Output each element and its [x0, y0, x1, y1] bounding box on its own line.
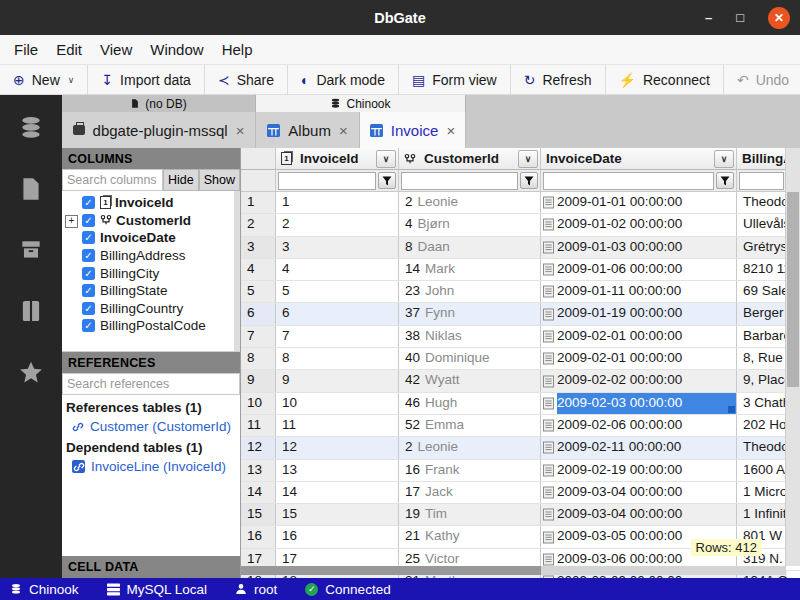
horizontal-scrollbar[interactable]	[241, 566, 786, 575]
cell-billingaddress[interactable]: 3 Chatham Street	[737, 393, 787, 414]
cell-billingaddress[interactable]: 9, Place Louis Barthou	[737, 370, 787, 391]
toolbar-undo-button[interactable]: ↶ Undo	[724, 65, 800, 94]
filter-button[interactable]	[716, 172, 734, 189]
checkbox-checked[interactable]: ✓	[82, 302, 95, 315]
cell-customerid[interactable]: 14 Mark	[399, 259, 541, 280]
cell-invoicedate[interactable]: 2009-03-04 00:00:00	[541, 482, 737, 503]
references-panel-header[interactable]: REFERENCES	[62, 352, 240, 373]
cell-customerid[interactable]: 17 Jack	[399, 482, 541, 503]
cell-billingaddress[interactable]: Theodor-Heuss-Straße 34	[737, 192, 787, 213]
column-menu-chevron-icon[interactable]: ∨	[714, 150, 734, 168]
cell-customerid[interactable]: 23 John	[399, 281, 541, 302]
sidebar-item-book[interactable]	[18, 298, 44, 327]
cell-invoiceid[interactable]: 10	[276, 393, 399, 414]
filter-input-invoiceid[interactable]	[278, 172, 376, 190]
column-item-customerid[interactable]: + ✓ CustomerId	[62, 212, 240, 230]
show-button[interactable]: Show	[199, 169, 240, 191]
cell-invoiceid[interactable]: 14	[276, 482, 399, 503]
cell-invoiceid[interactable]: 6	[276, 303, 399, 324]
cell-invoiceid[interactable]: 1	[276, 192, 399, 213]
row-number[interactable]: 10	[241, 393, 276, 414]
cell-customerid[interactable]: 2 Leonie	[399, 192, 541, 213]
reference-link[interactable]: InvoiceLine (InvoiceId)	[64, 457, 238, 477]
tab-album[interactable]: Album ×	[256, 112, 360, 148]
cell-billingaddress[interactable]: 1 Microsoft Way	[737, 482, 787, 503]
cell-invoicedate[interactable]: 2009-02-01 00:00:00	[541, 348, 737, 369]
cell-billingaddress[interactable]: Grétrystraat 63	[737, 237, 787, 258]
column-header-customerid[interactable]: CustomerId∨	[399, 148, 541, 170]
menu-help[interactable]: Help	[213, 41, 262, 58]
column-item-invoicedate[interactable]: ✓ InvoiceDate	[62, 229, 240, 247]
cell-invoiceid[interactable]: 15	[276, 504, 399, 525]
cell-billingaddress[interactable]: 69 Salem Street	[737, 281, 787, 302]
column-header-invoiceid[interactable]: 1InvoiceId∨	[276, 148, 399, 170]
row-number[interactable]: 13	[241, 460, 276, 481]
cell-customerid[interactable]: 40 Dominique	[399, 348, 541, 369]
maximize-button[interactable]: □	[736, 11, 744, 24]
tab-invoice[interactable]: Invoice ×	[360, 112, 466, 148]
sidebar-item-star[interactable]	[18, 359, 44, 388]
row-number[interactable]: 15	[241, 504, 276, 525]
cell-customerid[interactable]: 19 Tim	[399, 504, 541, 525]
selection-handle[interactable]	[728, 406, 735, 413]
menu-edit[interactable]: Edit	[47, 41, 91, 58]
expand-icon[interactable]: +	[65, 215, 78, 228]
column-item-billingstate[interactable]: ✓ BillingState	[62, 282, 240, 300]
status-connected[interactable]: ✓ Connected	[305, 582, 390, 597]
cell-customerid[interactable]: 38 Niklas	[399, 326, 541, 347]
cell-invoicedate[interactable]: 2009-01-19 00:00:00	[541, 303, 737, 324]
cell-customerid[interactable]: 52 Emma	[399, 415, 541, 436]
column-item-billingpostalcode[interactable]: ✓ BillingPostalCode	[62, 317, 240, 335]
cell-invoiceid[interactable]: 2	[276, 214, 399, 235]
cell-billingaddress[interactable]: Theodor-Heuss-Straße 34	[737, 437, 787, 458]
cell-invoicedate[interactable]: 2009-02-02 00:00:00	[541, 370, 737, 391]
cell-invoiceid[interactable]: 5	[276, 281, 399, 302]
checkbox-checked[interactable]: ✓	[82, 249, 95, 262]
cell-data-panel-header[interactable]: CELL DATA	[62, 556, 240, 578]
row-number[interactable]: 7	[241, 326, 276, 347]
row-number[interactable]: 8	[241, 348, 276, 369]
column-item-billingcity[interactable]: ✓ BillingCity	[62, 264, 240, 282]
sidebar-item-database[interactable]	[18, 115, 44, 144]
checkbox-checked[interactable]: ✓	[82, 267, 95, 280]
hide-button[interactable]: Hide	[163, 169, 199, 191]
checkbox-checked[interactable]: ✓	[82, 196, 95, 209]
cell-invoiceid[interactable]: 13	[276, 460, 399, 481]
row-number[interactable]: 5	[241, 281, 276, 302]
row-number[interactable]: 16	[241, 526, 276, 547]
cell-invoiceid[interactable]: 8	[276, 348, 399, 369]
cell-billingaddress[interactable]: 8, Rue Hanovre	[737, 348, 787, 369]
row-number[interactable]: 14	[241, 482, 276, 503]
row-number[interactable]: 3	[241, 237, 276, 258]
cell-invoicedate[interactable]: 2009-02-03 00:00:00	[541, 393, 737, 414]
cell-invoicedate[interactable]: 2009-01-11 00:00:00	[541, 281, 737, 302]
minimize-button[interactable]: –	[705, 11, 712, 24]
row-number[interactable]: 6	[241, 303, 276, 324]
cell-invoiceid[interactable]: 4	[276, 259, 399, 280]
menu-file[interactable]: File	[5, 41, 47, 58]
checkbox-checked[interactable]: ✓	[82, 214, 95, 227]
search-references-input[interactable]	[62, 373, 240, 395]
columns-list-scrollbar[interactable]	[234, 191, 240, 351]
column-menu-chevron-icon[interactable]: ∨	[518, 150, 538, 168]
cell-invoicedate[interactable]: 2009-01-03 00:00:00	[541, 237, 737, 258]
cell-invoicedate[interactable]: 2009-01-06 00:00:00	[541, 259, 737, 280]
checkbox-checked[interactable]: ✓	[82, 284, 95, 297]
cell-billingaddress[interactable]: 8210 111 ST NW	[737, 259, 787, 280]
cell-billingaddress[interactable]: Barbarossastraße 19	[737, 326, 787, 347]
menu-view[interactable]: View	[91, 41, 141, 58]
close-tab-icon[interactable]: ×	[339, 122, 348, 139]
toolbar-dark-mode-button[interactable]: ◐ Dark mode	[288, 65, 399, 94]
close-tab-icon[interactable]: ×	[236, 122, 245, 139]
cell-customerid[interactable]: 4 Bjørn	[399, 214, 541, 235]
toolbar-share-button[interactable]: ≺ Share	[205, 65, 288, 94]
cell-customerid[interactable]: 8 Daan	[399, 237, 541, 258]
cell-billingaddress[interactable]: 202 Hoxton Street	[737, 415, 787, 436]
column-item-billingaddress[interactable]: ✓ BillingAddress	[62, 247, 240, 265]
status-database[interactable]: Chinook	[10, 582, 79, 597]
cell-billingaddress[interactable]: Ullevålsveien 14	[737, 214, 787, 235]
cell-invoicedate[interactable]: 2009-02-01 00:00:00	[541, 326, 737, 347]
filter-button[interactable]	[520, 172, 538, 189]
cell-invoiceid[interactable]: 12	[276, 437, 399, 458]
vertical-scrollbar-thumb[interactable]	[787, 192, 799, 387]
